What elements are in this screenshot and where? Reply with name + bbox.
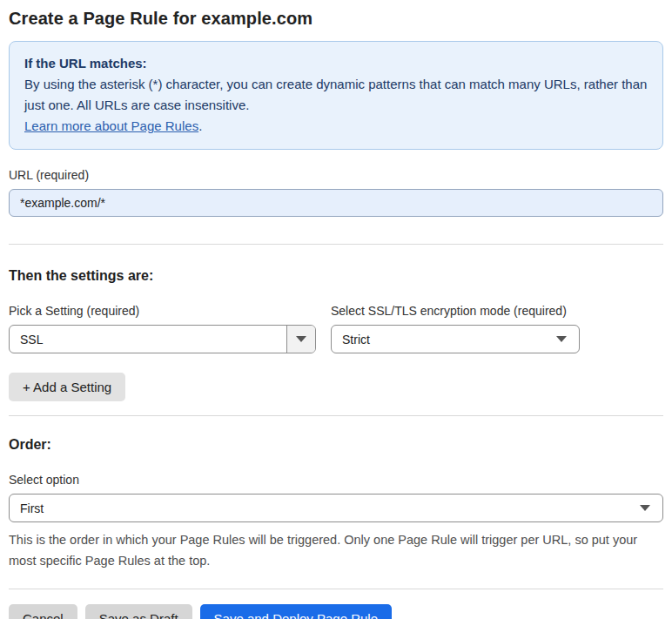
settings-heading: Then the settings are:	[9, 268, 663, 284]
learn-more-link[interactable]: Learn more about Page Rules	[24, 118, 198, 133]
order-select-value: First	[10, 501, 640, 515]
info-box-link-row: Learn more about Page Rules.	[24, 116, 648, 137]
page-title: Create a Page Rule for example.com	[9, 9, 663, 29]
settings-row: Pick a Setting (required) SSL Select SSL…	[9, 304, 663, 353]
action-button-row: Cancel Save as Draft Save and Deploy Pag…	[9, 604, 663, 619]
save-as-draft-button[interactable]: Save as Draft	[85, 604, 192, 619]
section-divider	[9, 244, 663, 245]
ssl-mode-select[interactable]: Strict	[331, 325, 580, 353]
url-match-info-box: If the URL matches: By using the asteris…	[9, 41, 663, 150]
chevron-down-icon	[556, 336, 567, 342]
url-field-label: URL (required)	[9, 168, 663, 182]
add-setting-button[interactable]: + Add a Setting	[9, 373, 125, 401]
info-box-body: By using the asterisk (*) character, you…	[24, 74, 648, 116]
order-heading: Order:	[9, 437, 663, 453]
order-select-label: Select option	[9, 473, 663, 487]
setting-select[interactable]: SSL	[9, 325, 316, 353]
save-and-deploy-button[interactable]: Save and Deploy Page Rule	[200, 604, 392, 619]
setting-column: Pick a Setting (required) SSL	[9, 304, 316, 353]
section-divider	[9, 589, 663, 589]
setting-select-caret-box[interactable]	[286, 326, 315, 353]
mode-select-value: Strict	[332, 333, 556, 347]
chevron-down-icon	[640, 505, 650, 511]
mode-column: Select SSL/TLS encryption mode (required…	[331, 304, 580, 353]
setting-select-label: Pick a Setting (required)	[9, 304, 316, 318]
chevron-down-icon	[296, 336, 306, 342]
url-input[interactable]	[9, 189, 663, 217]
order-help-text: This is the order in which your Page Rul…	[9, 529, 663, 571]
setting-select-value: SSL	[10, 333, 286, 347]
link-period: .	[198, 118, 202, 133]
order-select[interactable]: First	[9, 494, 663, 522]
section-divider	[9, 415, 663, 416]
mode-select-label: Select SSL/TLS encryption mode (required…	[331, 304, 580, 318]
info-box-heading: If the URL matches:	[24, 53, 648, 74]
cancel-button[interactable]: Cancel	[9, 604, 77, 619]
